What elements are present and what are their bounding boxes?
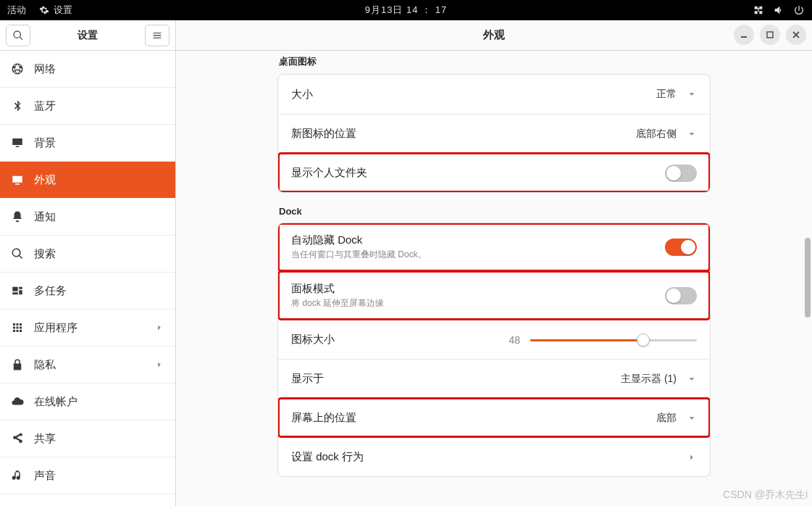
scrollbar[interactable] <box>805 238 811 318</box>
row-screen-position[interactable]: 屏幕上的位置 底部 <box>278 398 710 437</box>
lock-icon <box>11 358 24 371</box>
toggle-show-home[interactable] <box>665 165 697 182</box>
row-label: 自动隐藏 Dock <box>291 233 658 247</box>
row-label: 屏幕上的位置 <box>291 411 649 425</box>
apps-icon <box>11 321 24 334</box>
sidebar-item-multitasking[interactable]: 多任务 <box>0 273 175 310</box>
sidebar-item-network[interactable]: 网络 <box>0 51 175 88</box>
slider-value: 48 <box>498 334 520 346</box>
topbar-app-menu[interactable]: 设置 <box>39 4 72 17</box>
sidebar-item-sharing[interactable]: 共享 <box>0 420 175 457</box>
row-label: 新图标的位置 <box>291 127 629 141</box>
display-icon <box>11 136 24 149</box>
row-label: 显示个人文件夹 <box>291 166 658 180</box>
sidebar-item-label: 多任务 <box>34 284 164 298</box>
sidebar-item-appearance[interactable]: 外观 <box>0 162 175 199</box>
row-new-icon-position[interactable]: 新图标的位置 底部右侧 <box>278 114 710 153</box>
svg-rect-0 <box>741 36 747 38</box>
row-label: 显示于 <box>291 372 614 386</box>
row-label: 大小 <box>291 88 649 101</box>
section-title-dock: Dock <box>279 206 711 217</box>
watermark: CSDN @乔木先生i <box>723 489 808 502</box>
row-value: 底部 <box>656 412 677 425</box>
music-icon <box>11 469 24 482</box>
sidebar-title: 设置 <box>36 29 139 42</box>
volume-icon <box>773 4 784 16</box>
chevron-down-icon <box>687 129 697 139</box>
chevron-right-icon <box>687 452 697 463</box>
row-value: 底部右侧 <box>636 128 677 141</box>
row-label: 设置 dock 行为 <box>291 450 679 464</box>
sidebar-item-background[interactable]: 背景 <box>0 125 175 162</box>
content-pane: 外观 桌面图标 大小 正常 新图标的位置 底部右侧 <box>176 20 812 506</box>
maximize-button[interactable] <box>760 25 780 45</box>
sidebar-item-notifications[interactable]: 通知 <box>0 199 175 236</box>
content-header: 外观 <box>176 20 812 51</box>
sidebar-item-label: 隐私 <box>34 358 144 372</box>
row-autohide-dock: 自动隐藏 Dock 当任何窗口与其重叠时隐藏 Dock。 <box>278 223 710 271</box>
row-show-on[interactable]: 显示于 主显示器 (1) <box>278 359 710 398</box>
gear-icon <box>39 5 49 15</box>
sidebar-item-privacy[interactable]: 隐私 <box>0 347 175 383</box>
hamburger-icon <box>151 30 163 41</box>
sidebar-item-sound[interactable]: 声音 <box>0 457 175 494</box>
sidebar-item-search[interactable]: 搜索 <box>0 236 175 273</box>
cloud-icon <box>11 395 24 408</box>
row-label: 图标大小 <box>291 333 335 347</box>
activities-button[interactable]: 活动 <box>7 4 26 17</box>
minimize-button[interactable] <box>734 25 754 45</box>
sidebar-item-online-accounts[interactable]: 在线帐户 <box>0 383 175 420</box>
search-button[interactable] <box>6 25 30 46</box>
settings-window: 设置 网络 蓝牙 背景 外观 通知 <box>0 20 812 506</box>
search-icon <box>11 247 24 260</box>
toggle-autohide[interactable] <box>665 239 697 256</box>
menu-button[interactable] <box>145 25 169 46</box>
window-controls <box>734 25 806 45</box>
chevron-right-icon <box>154 323 164 333</box>
chevron-down-icon <box>687 89 697 99</box>
toggle-panel-mode[interactable] <box>665 287 697 304</box>
sidebar: 设置 网络 蓝牙 背景 外观 通知 <box>0 20 176 506</box>
row-show-home-folder: 显示个人文件夹 <box>278 153 710 192</box>
row-dock-behavior[interactable]: 设置 dock 行为 <box>278 437 710 476</box>
minimize-icon <box>740 30 748 39</box>
search-icon <box>12 30 24 41</box>
multitasking-icon <box>11 284 24 297</box>
sidebar-item-label: 蓝牙 <box>34 99 164 113</box>
sidebar-item-label: 在线帐户 <box>34 395 164 409</box>
clock[interactable]: 9月13日 14 ： 17 <box>365 4 447 17</box>
icon-size-slider[interactable] <box>530 333 697 347</box>
sidebar-item-label: 共享 <box>34 432 164 446</box>
row-sublabel: 当任何窗口与其重叠时隐藏 Dock。 <box>291 249 658 261</box>
sidebar-item-bluetooth[interactable]: 蓝牙 <box>0 88 175 125</box>
bell-icon <box>11 210 24 223</box>
svg-rect-1 <box>767 32 773 38</box>
maximize-icon <box>766 30 774 39</box>
sidebar-item-label: 应用程序 <box>34 321 144 335</box>
section-title-desktop-icons: 桌面图标 <box>279 55 711 68</box>
sidebar-item-label: 搜索 <box>34 247 164 261</box>
sidebar-item-label: 外观 <box>34 173 164 187</box>
appearance-icon <box>11 173 24 186</box>
system-status-area[interactable] <box>753 4 805 16</box>
close-button[interactable] <box>786 25 806 45</box>
chevron-down-icon <box>687 413 697 423</box>
system-top-bar: 活动 设置 9月13日 14 ： 17 <box>0 0 812 20</box>
row-icon-size[interactable]: 大小 正常 <box>278 75 710 114</box>
sidebar-item-label: 通知 <box>34 210 164 224</box>
sidebar-item-applications[interactable]: 应用程序 <box>0 310 175 347</box>
topbar-app-label: 设置 <box>54 4 72 17</box>
content-body: 桌面图标 大小 正常 新图标的位置 底部右侧 显示个人文件夹 <box>176 51 812 506</box>
row-icon-size-slider: 图标大小 48 <box>278 320 710 359</box>
chevron-right-icon <box>154 360 164 370</box>
share-icon <box>11 432 24 445</box>
row-value: 主显示器 (1) <box>621 373 677 386</box>
sidebar-item-label: 网络 <box>34 62 164 76</box>
sidebar-item-label: 声音 <box>34 469 164 483</box>
globe-icon <box>11 62 24 75</box>
row-sublabel: 将 dock 延伸至屏幕边缘 <box>291 297 658 310</box>
sidebar-header: 设置 <box>0 20 175 51</box>
sidebar-list: 网络 蓝牙 背景 外观 通知 搜索 <box>0 51 175 506</box>
panel-desktop-icons: 大小 正常 新图标的位置 底部右侧 显示个人文件夹 <box>277 74 711 193</box>
network-icon <box>753 4 764 16</box>
